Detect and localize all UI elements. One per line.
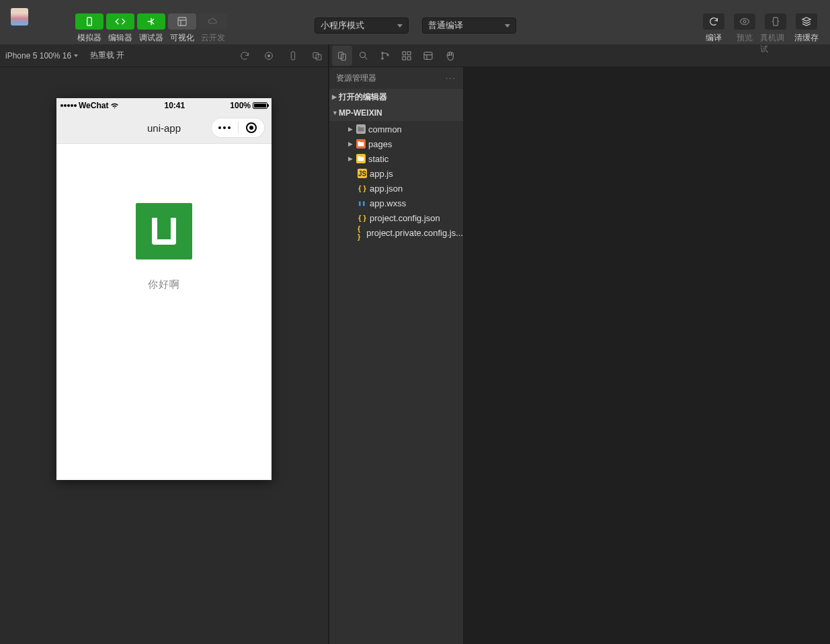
svg-point-14 xyxy=(382,57,384,59)
svg-point-13 xyxy=(382,52,384,54)
u-icon xyxy=(152,218,176,245)
simulator-label: 模拟器 xyxy=(77,32,101,44)
svg-point-12 xyxy=(360,52,366,57)
visualize-button[interactable] xyxy=(168,13,196,30)
phone-body: 你好啊 xyxy=(56,144,272,480)
user-avatar[interactable] xyxy=(11,8,28,26)
open-editors-label: 打开的编辑器 xyxy=(339,91,387,103)
phone-status-bar: WeChat 10:41 100% xyxy=(56,98,272,113)
editor-button[interactable] xyxy=(106,13,134,30)
uni-app-logo xyxy=(136,203,192,259)
svg-point-3 xyxy=(743,20,746,23)
compile-label: 编译 xyxy=(706,32,722,44)
folder-name: pages xyxy=(368,139,392,149)
file-row[interactable]: JS app.js xyxy=(329,166,463,181)
topbar: 模拟器 编辑器 调试器 可视化 云开发 小 xyxy=(0,0,830,44)
hot-reload-toggle[interactable]: 热重载 开 xyxy=(90,50,127,61)
json-file-icon: { } xyxy=(358,184,367,193)
json-file-icon: { } xyxy=(358,213,367,223)
compile-button[interactable] xyxy=(703,13,724,30)
file-name: project.config.json xyxy=(370,213,440,223)
file-name: project.private.config.js... xyxy=(366,228,463,238)
folder-name: static xyxy=(368,154,388,164)
more-button[interactable]: ··· xyxy=(446,73,456,83)
editor-area xyxy=(464,67,830,644)
reload-icon[interactable] xyxy=(239,50,250,61)
tab-run[interactable] xyxy=(418,46,438,66)
cloud-label: 云开发 xyxy=(201,32,225,44)
remote-debug-button[interactable] xyxy=(765,13,786,30)
chevron-down-icon: ▼ xyxy=(332,110,337,116)
device-icon[interactable] xyxy=(288,50,298,61)
svg-point-6 xyxy=(267,54,270,57)
svg-rect-17 xyxy=(407,52,411,55)
project-label: MP-WEIXIN xyxy=(339,108,382,118)
main-split: iPhone 5 100% 16 热重载 开 WeChat xyxy=(0,44,830,644)
capsule-close-button[interactable] xyxy=(239,122,265,133)
svg-rect-20 xyxy=(424,52,432,59)
simulator-button[interactable] xyxy=(75,13,103,30)
record-icon[interactable] xyxy=(263,50,274,61)
cloud-button xyxy=(199,13,227,30)
tab-search[interactable] xyxy=(354,46,374,66)
branch-icon xyxy=(146,16,157,27)
editor-label: 编辑器 xyxy=(108,32,132,44)
chevron-right-icon: ▶ xyxy=(348,126,354,132)
tab-git[interactable] xyxy=(375,46,395,66)
tab-store[interactable] xyxy=(440,46,460,66)
compile-select[interactable]: 普通编译 xyxy=(422,17,516,34)
capsule-menu-button[interactable] xyxy=(212,126,238,129)
mode-select[interactable]: 小程序模式 xyxy=(315,17,409,34)
js-file-icon: JS xyxy=(358,169,367,178)
tab-explorer[interactable] xyxy=(332,46,352,66)
clear-cache-label: 清缓存 xyxy=(794,32,819,44)
debugger-button[interactable] xyxy=(137,13,165,30)
svg-rect-10 xyxy=(339,52,343,58)
wifi-icon xyxy=(110,102,119,109)
file-row[interactable]: ⫾⫾ app.wxss xyxy=(329,196,463,210)
phone-title: uni-app xyxy=(147,122,181,134)
device-select[interactable]: iPhone 5 100% 16 xyxy=(5,51,78,61)
layout-icon xyxy=(423,50,433,61)
ellipsis-icon xyxy=(218,126,231,129)
folder-row[interactable]: ▶ common xyxy=(329,122,463,136)
search-icon xyxy=(358,50,369,61)
explorer-header: 资源管理器 ··· xyxy=(329,67,463,89)
explorer-sidebar: 资源管理器 ··· ▶ 打开的编辑器 ▼ MP-WEIXIN ▶ common xyxy=(329,67,464,644)
visualize-label: 可视化 xyxy=(170,32,194,44)
window-icon[interactable] xyxy=(312,50,323,61)
project-section[interactable]: ▼ MP-WEIXIN xyxy=(329,105,463,121)
svg-rect-16 xyxy=(403,52,406,55)
file-row[interactable]: { } project.config.json xyxy=(329,210,463,225)
target-icon xyxy=(246,122,257,133)
compile-select-value: 普通编译 xyxy=(428,19,463,32)
svg-rect-2 xyxy=(178,17,186,26)
file-name: app.wxss xyxy=(370,198,406,208)
git-icon xyxy=(380,50,390,61)
open-editors-section[interactable]: ▶ 打开的编辑器 xyxy=(329,89,463,105)
topbar-right: 编译 预览 真机调试 清缓存 xyxy=(698,13,822,55)
phone-icon xyxy=(84,16,95,27)
time-label: 10:41 xyxy=(165,101,185,110)
file-row[interactable]: { } project.private.config.js... xyxy=(329,225,463,240)
simulator-panel: iPhone 5 100% 16 热重载 开 WeChat xyxy=(0,44,329,644)
hello-text: 你好啊 xyxy=(148,278,180,291)
device-select-value: iPhone 5 100% 16 xyxy=(5,51,71,61)
folder-row[interactable]: ▶ static xyxy=(329,151,463,166)
hand-icon xyxy=(444,50,455,61)
tab-components[interactable] xyxy=(397,46,417,66)
refresh-icon xyxy=(708,16,719,27)
clear-cache-button[interactable] xyxy=(796,13,817,30)
grid-icon xyxy=(401,50,412,61)
folder-icon xyxy=(356,124,366,134)
file-tree: ▶ common ▶ pages ▶ static xyxy=(329,121,463,241)
carrier-label: WeChat xyxy=(79,101,108,110)
file-row[interactable]: { } app.json xyxy=(329,181,463,196)
preview-button[interactable] xyxy=(734,13,755,30)
json-file-icon: { } xyxy=(358,228,364,237)
phone-frame: WeChat 10:41 100% uni-app xyxy=(56,98,272,480)
svg-rect-19 xyxy=(407,56,411,60)
folder-row[interactable]: ▶ pages xyxy=(329,136,463,151)
wxss-file-icon: ⫾⫾ xyxy=(358,198,367,208)
debugger-label: 调试器 xyxy=(139,32,163,44)
